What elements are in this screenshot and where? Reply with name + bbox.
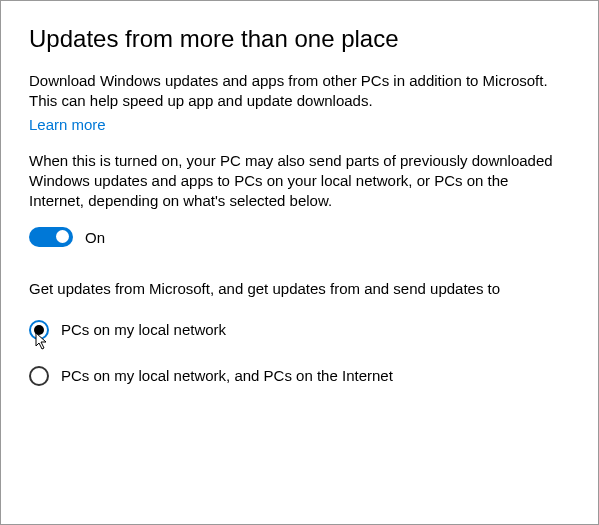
settings-panel: Updates from more than one place Downloa… [0, 0, 599, 525]
delivery-optimization-toggle[interactable] [29, 227, 73, 247]
toggle-state-label: On [85, 229, 105, 246]
radio-option-local[interactable]: PCs on my local network [29, 320, 570, 340]
toggle-knob [56, 230, 69, 243]
intro-text: Download Windows updates and apps from o… [29, 71, 549, 112]
page-title: Updates from more than one place [29, 25, 570, 53]
options-heading: Get updates from Microsoft, and get upda… [29, 279, 549, 299]
radio-option-internet[interactable]: PCs on my local network, and PCs on the … [29, 366, 570, 386]
radio-label-internet: PCs on my local network, and PCs on the … [61, 367, 393, 384]
radio-icon [29, 320, 49, 340]
radio-label-local: PCs on my local network [61, 321, 226, 338]
learn-more-link[interactable]: Learn more [29, 116, 106, 133]
radio-icon [29, 366, 49, 386]
detail-text: When this is turned on, your PC may also… [29, 151, 559, 212]
